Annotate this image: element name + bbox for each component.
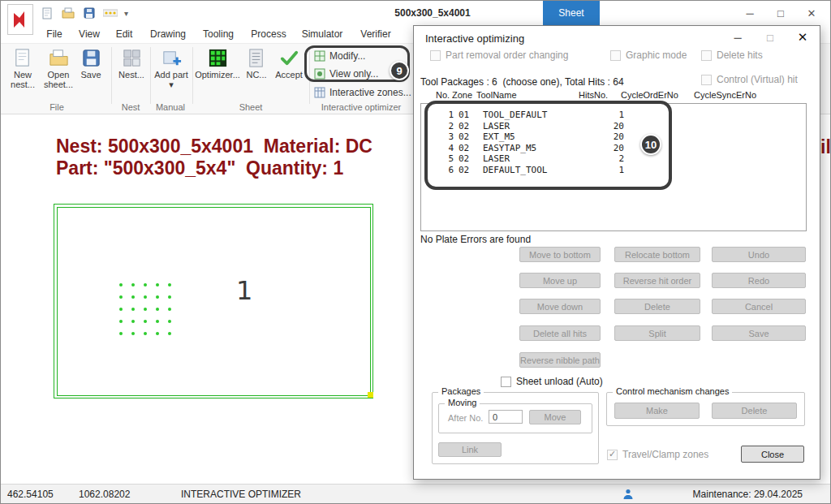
checkbox-box: [501, 377, 511, 387]
checkbox-graphic-mode[interactable]: Graphic mode: [610, 50, 687, 61]
column-header-toolname: ToolName: [476, 90, 517, 100]
menu-tooling[interactable]: Tooling: [196, 25, 241, 43]
view-only-button[interactable]: View only...: [314, 67, 378, 81]
menu-simulator[interactable]: Simulator: [296, 25, 348, 43]
support-icon[interactable]: [622, 488, 635, 501]
checkbox-label: Control (Virtual) hit: [717, 74, 798, 85]
checkbox-box: [701, 75, 712, 85]
delete-button[interactable]: Delete: [614, 299, 700, 314]
dialog-maximize-icon[interactable]: □: [763, 29, 777, 45]
menu-file[interactable]: File: [40, 25, 69, 43]
hit-dot: [156, 320, 159, 323]
tool-row-zone: 01: [459, 110, 478, 121]
tool-row-hits: 1: [595, 165, 624, 176]
qat-open-icon[interactable]: [61, 6, 75, 19]
after-no-label: After No.: [448, 413, 483, 423]
dialog-title: Interactive optimizing: [425, 32, 524, 45]
checkbox-travel-clamp-zones[interactable]: ✓ Travel/Clamp zones: [607, 449, 708, 460]
minimize-icon[interactable]: ─: [734, 1, 765, 25]
dialog-close-icon[interactable]: ✕: [795, 29, 810, 45]
move-up-button[interactable]: Move up: [519, 273, 601, 288]
menu-view[interactable]: View: [74, 25, 105, 43]
tool-row[interactable]: 2 02 LASER 20: [428, 121, 806, 132]
checkbox-sheet-unload[interactable]: Sheet unload (Auto): [501, 376, 603, 387]
nc-icon: [246, 47, 268, 69]
add-part-button[interactable]: Add part ▾: [153, 47, 189, 99]
qat-customize-icon[interactable]: ▾: [124, 9, 128, 18]
move-to-bottom-button[interactable]: Move to bottom: [519, 247, 601, 262]
hit-dot: [144, 308, 147, 311]
interactive-optimizing-dialog: Interactive optimizing ─ □ ✕ Part remova…: [413, 25, 820, 480]
checkbox-box: ✓: [607, 450, 618, 460]
reverse-hit-order-button[interactable]: Reverse hit order: [614, 273, 700, 288]
reverse-nibble-path-button[interactable]: Reverse nibble path: [519, 352, 601, 368]
save-button-dialog[interactable]: Save: [712, 325, 806, 341]
dialog-minimize-icon[interactable]: ─: [730, 29, 745, 45]
modify-button[interactable]: Modify...: [314, 49, 365, 63]
make-button[interactable]: Make: [614, 403, 700, 419]
qat-new-icon[interactable]: [40, 6, 54, 19]
accept-button[interactable]: Accept: [272, 47, 306, 99]
qat-save-icon[interactable]: [82, 6, 97, 19]
redo-button[interactable]: Redo: [712, 273, 806, 288]
checkbox-control-virtual-hit[interactable]: Control (Virtual) hit: [701, 74, 798, 85]
open-sheet-icon: [48, 47, 70, 69]
cancel-button[interactable]: Cancel: [712, 299, 806, 314]
interactive-zones-button[interactable]: Interactive zones...: [314, 85, 411, 100]
hit-dot: [119, 308, 123, 311]
qat-toolbars-icon[interactable]: [103, 6, 118, 19]
checkbox-label: Sheet unload (Auto): [516, 376, 603, 387]
checkbox-part-removal-order[interactable]: Part removal order changing: [430, 50, 568, 61]
menu-verifier[interactable]: Verifier: [353, 25, 398, 43]
optimizer-button[interactable]: Optimizer...: [196, 47, 239, 99]
tool-row-hits: 2: [595, 153, 624, 165]
new-nest-label: New nest...: [6, 70, 40, 89]
maximize-icon[interactable]: □: [765, 1, 796, 25]
move-down-button[interactable]: Move down: [519, 299, 601, 314]
close-button[interactable]: Close: [741, 446, 804, 463]
open-sheet-button[interactable]: Open sheet...: [41, 47, 75, 99]
nest-info-line: Nest: 500x300_5x4001 Material: DC: [56, 136, 372, 157]
tool-row-hits: 20: [595, 121, 624, 132]
tab-sheet[interactable]: Sheet: [543, 1, 600, 25]
nest-button[interactable]: Nest...: [116, 47, 147, 99]
part-info-line: Part: "500x300_5x4" Quantity: 1: [56, 157, 343, 179]
nest-label: Nest...: [118, 70, 144, 80]
close-icon[interactable]: ✕: [796, 1, 827, 25]
new-nest-button[interactable]: New nest...: [6, 47, 40, 99]
hit-dot: [156, 332, 159, 335]
delete-all-hits-button[interactable]: Delete all hits: [519, 325, 601, 341]
tool-row-hits: 20: [595, 131, 624, 143]
tool-row[interactable]: 3 02 EXT_M5 20: [428, 131, 806, 143]
tool-row[interactable]: 6 02 DEFAULT_TOOL 1: [428, 165, 806, 176]
checkbox-label: Graphic mode: [626, 50, 687, 61]
optimizer-label: Optimizer...: [195, 70, 240, 80]
save-button[interactable]: Save: [77, 47, 105, 99]
tool-row[interactable]: 1 01 TOOL_DEFAULT 1: [428, 110, 806, 121]
after-no-input[interactable]: [489, 410, 523, 424]
undo-button[interactable]: Undo: [712, 247, 806, 262]
tool-row[interactable]: 5 02 LASER 2: [428, 153, 806, 165]
checkbox-box: [430, 50, 441, 61]
sheet-corner-marker: [368, 392, 373, 398]
relocate-bottom-button[interactable]: Relocate bottom: [614, 247, 700, 262]
menu-drawing[interactable]: Drawing: [144, 25, 192, 43]
delete-control-button[interactable]: Delete: [712, 403, 797, 419]
menu-edit[interactable]: Edit: [110, 25, 139, 43]
move-button[interactable]: Move: [529, 410, 581, 424]
callout-9: 9: [390, 61, 409, 80]
checkbox-delete-hits[interactable]: Delete hits: [701, 50, 763, 61]
nc-button[interactable]: NC...: [243, 47, 270, 99]
add-part-icon: [161, 47, 183, 69]
app-logo-icon: [11, 8, 30, 31]
tool-list[interactable]: 1 01 TOOL_DEFAULT 1 2 02 LASER 20 3 02 E…: [420, 103, 807, 231]
tool-row-no: 5: [428, 153, 454, 165]
app-logo[interactable]: [7, 4, 33, 35]
menu-process[interactable]: Process: [246, 25, 291, 43]
split-button[interactable]: Split: [614, 325, 700, 341]
new-nest-icon: [12, 47, 34, 69]
tool-row[interactable]: 4 02 EASYTAP_M5 20: [428, 143, 806, 154]
link-button[interactable]: Link: [438, 442, 502, 457]
nc-label: NC...: [246, 70, 266, 80]
tool-row-zone: 02: [459, 165, 478, 176]
